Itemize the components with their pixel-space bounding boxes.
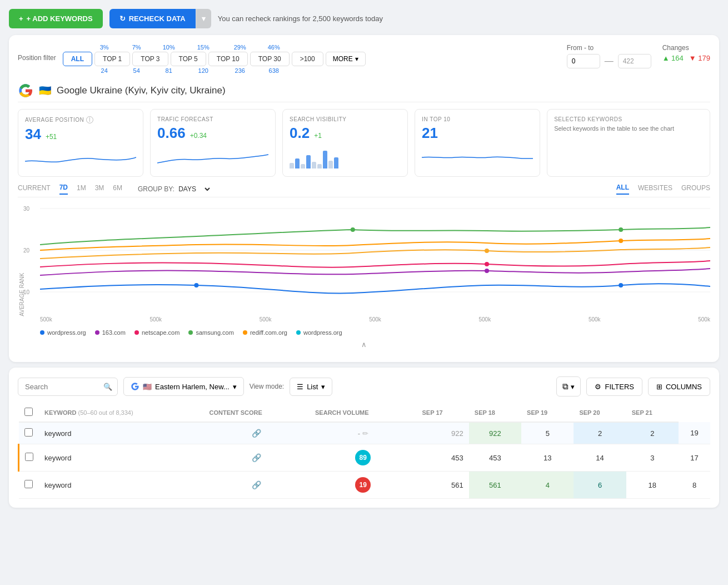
row1-edit-icon[interactable]: ✏ (362, 429, 368, 438)
table-header-row: KEYWORD (50–60 out of 8,334) CONTENT SCO… (19, 403, 711, 422)
row3-sep17: 561 (469, 472, 521, 499)
y-tick-10: 10 (23, 289, 29, 295)
legend-item-netscape: netscape.com (134, 329, 179, 336)
columns-label: COLUMNS (666, 383, 702, 391)
filter-top1-button[interactable]: TOP 1 (94, 52, 130, 66)
legend-dot-wordpress (40, 330, 44, 335)
view-mode-label: View mode: (250, 383, 284, 390)
legend-item-rediff: rediff.com.org (243, 329, 287, 336)
filter-more-button[interactable]: MORE ▾ (326, 52, 366, 66)
avg-position-chart (25, 147, 136, 170)
row3-link[interactable]: 🔗 (204, 472, 310, 499)
filter-top10-button[interactable]: TOP 10 (208, 52, 248, 66)
row3-link-icon[interactable]: 🔗 (252, 480, 261, 489)
row3-sep18: 4 (521, 472, 574, 499)
row1-link[interactable]: 🔗 (204, 422, 310, 444)
legend-item-samsung: samsung.com (188, 329, 233, 336)
row3-search-volume: 561 (417, 472, 469, 499)
chart-collapse-button[interactable]: ∧ (18, 340, 710, 349)
group-by-select[interactable]: DAYS WEEKS (176, 185, 212, 194)
view-mode-button[interactable]: ☰ List ▾ (290, 378, 332, 396)
table-toolbar: 🔍 🇺🇸 Eastern Harlem, New... ▾ View mode:… (18, 376, 710, 396)
row3-sep19: 6 (574, 472, 626, 499)
traffic-chart (157, 146, 268, 168)
row2-sep17: 453 (469, 444, 521, 472)
row2-sep20: 3 (626, 444, 679, 472)
recheck-dropdown-button[interactable]: ▾ (196, 9, 211, 28)
add-keywords-button[interactable]: + + ADD KEYWORDS (9, 9, 103, 28)
table-row: keyword 🔗 89 453 453 13 14 3 17 (19, 444, 711, 472)
main-card: Position filter 3% 7% 10% 15% 29% 46% AL… (9, 35, 719, 362)
x-axis: 500k 500k 500k 500k 500k 500k 500k (40, 314, 710, 325)
tab-current[interactable]: CURRENT (18, 184, 51, 194)
traffic-label: TRAFIC FORECAST (157, 116, 213, 122)
legend-item-wordpress: wordpress.org (40, 329, 86, 336)
filter-top5-button[interactable]: TOP 5 (171, 52, 206, 66)
view-mode-dropdown-icon: ▾ (321, 383, 325, 391)
view-tab-all[interactable]: ALL (616, 184, 629, 195)
from-input[interactable] (567, 54, 600, 68)
row2-sep19: 14 (574, 444, 626, 472)
timeline-tabs: CURRENT 7D 1M 3M 6M GROUP BY: DAYS WEEKS… (18, 184, 710, 197)
location-button[interactable]: 🇺🇸 Eastern Harlem, New... ▾ (123, 377, 244, 396)
view-tab-websites[interactable]: WEBSITES (638, 184, 672, 194)
changes-label: Changes (662, 44, 710, 52)
tab-3m[interactable]: 3M (95, 184, 104, 194)
col-sep18: SEP 18 (469, 403, 521, 422)
view-mode-value: List (307, 383, 318, 391)
top10-value: 21 (422, 125, 438, 141)
plus-icon: + (19, 14, 23, 23)
x-tick-6: 500k (589, 316, 601, 323)
filter-all-button[interactable]: ALL (63, 52, 92, 66)
avg-position-label: AVERAGE POSITION (25, 117, 84, 123)
to-input[interactable] (618, 54, 651, 68)
list-icon: ☰ (297, 383, 303, 391)
filter-gt100-button[interactable]: >100 (292, 52, 323, 66)
columns-button[interactable]: ⊞ COLUMNS (648, 378, 710, 396)
tab-1m[interactable]: 1M (77, 184, 86, 194)
row3-score: 19 (310, 472, 416, 499)
filter-top3-button[interactable]: TOP 3 (132, 52, 168, 66)
row2-link[interactable]: 🔗 (204, 444, 310, 472)
add-keywords-label: + ADD KEYWORDS (27, 14, 93, 23)
copy-button[interactable]: ⧉ ▾ (556, 376, 581, 396)
from-to-section: From - to — (567, 44, 651, 68)
chart-area: 30 20 10 (40, 203, 710, 314)
avg-position-value: 34 (25, 126, 41, 143)
row2-checkbox[interactable] (25, 453, 33, 461)
position-filter-section: Position filter 3% 7% 10% 15% 29% 46% AL… (18, 44, 710, 74)
view-toggle: ALL WEBSITES GROUPS (616, 184, 710, 195)
row1-checkbox[interactable] (24, 428, 33, 437)
y-tick-30: 30 (23, 206, 29, 212)
from-to-separator: — (605, 56, 614, 66)
svg-point-5 (485, 249, 489, 253)
metric-cards: AVERAGE POSITION i 34 +51 TRAFIC FORECAS… (18, 109, 710, 177)
metric-card-visibility: SEARCH VISIBILITY 0.2 +1 (282, 109, 408, 177)
tab-7d[interactable]: 7D (59, 184, 68, 195)
view-tab-groups[interactable]: GROUPS (681, 184, 710, 194)
recheck-button[interactable]: ↻ RECHECK DATA (109, 9, 196, 28)
search-input[interactable] (18, 378, 118, 396)
bottom-section: 🔍 🇺🇸 Eastern Harlem, New... ▾ View mode:… (9, 368, 719, 508)
filter-icon: ⚙ (595, 383, 601, 391)
row1-link-icon[interactable]: 🔗 (252, 429, 261, 438)
location-label: Eastern Harlem, New... (155, 383, 230, 391)
row3-keyword: keyword (39, 472, 204, 499)
row2-link-icon[interactable]: 🔗 (252, 453, 261, 462)
select-all-checkbox[interactable] (24, 408, 33, 416)
tab-6m[interactable]: 6M (113, 184, 122, 194)
row2-score: 89 (310, 444, 416, 472)
location-dropdown-icon: ▾ (233, 383, 237, 391)
changes-section: Changes ▲ 164 ▼ 179 (662, 44, 710, 62)
metric-card-traffic: TRAFIC FORECAST 0.66 +0.34 (150, 109, 276, 177)
google-small-icon (131, 382, 139, 391)
row1-sep20: 2 (626, 422, 679, 444)
position-filter-label: Position filter (18, 44, 56, 62)
filter-top30-button[interactable]: TOP 30 (250, 52, 290, 66)
chart-container: AVERAGE RANK 30 20 10 (18, 203, 710, 336)
recheck-label: RECHECK DATA (129, 14, 186, 23)
col-search-volume: SEARCH VOLUME (310, 403, 416, 422)
row3-checkbox[interactable] (24, 480, 33, 488)
filters-button[interactable]: ⚙ FILTERS (586, 378, 642, 396)
svg-point-6 (485, 269, 489, 273)
